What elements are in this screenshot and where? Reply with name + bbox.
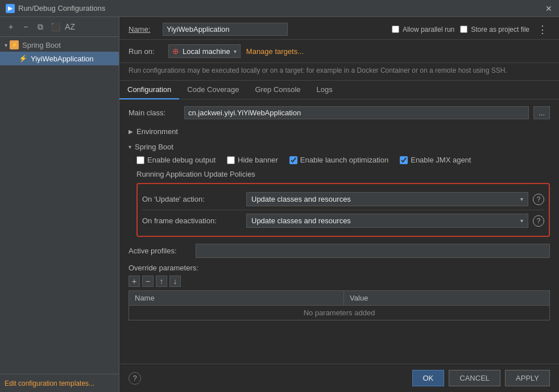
update-action-help-button[interactable]: ? bbox=[533, 194, 544, 205]
ok-button[interactable]: OK bbox=[412, 370, 445, 386]
local-machine-icon: ⊕ bbox=[172, 47, 179, 56]
override-params-label: Override parameters: bbox=[129, 264, 550, 272]
sidebar-tree: ▾ ⚡ Spring Boot ⚡ YiyiWebApplication bbox=[0, 37, 119, 374]
apply-button[interactable]: APPLY bbox=[505, 370, 550, 386]
tabs-row: Configuration Code Coverage Grep Console… bbox=[119, 81, 559, 99]
edit-templates-link[interactable]: Edit configuration templates... bbox=[5, 380, 94, 387]
hide-banner-checkbox[interactable] bbox=[227, 156, 235, 164]
main-class-browse-button[interactable]: ... bbox=[533, 106, 550, 119]
run-on-row: Run on: ⊕ Local machine ▾ Manage targets… bbox=[119, 40, 559, 63]
remove-param-button[interactable]: − bbox=[142, 276, 154, 287]
store-project-group: Store as project file bbox=[460, 26, 529, 34]
spring-boot-section-header[interactable]: ▾ Spring Boot bbox=[129, 140, 550, 153]
store-project-checkbox[interactable] bbox=[460, 26, 467, 33]
frame-deact-value: Update classes and resources bbox=[251, 216, 351, 225]
tab-logs[interactable]: Logs bbox=[309, 81, 341, 99]
frame-deact-select[interactable]: Update classes and resources ▾ bbox=[246, 214, 528, 228]
title-bar-title: Run/Debug Configurations bbox=[18, 4, 544, 12]
allow-parallel-group: Allow parallel run bbox=[392, 26, 454, 34]
title-bar-icon: ▶ bbox=[6, 4, 15, 13]
hide-banner-label[interactable]: Hide banner bbox=[238, 156, 278, 164]
debug-output-checkbox[interactable] bbox=[136, 156, 144, 164]
name-label: Name: bbox=[129, 25, 157, 34]
more-options-button[interactable]: ⋮ bbox=[535, 23, 550, 36]
info-text: Run configurations may be executed local… bbox=[129, 66, 507, 74]
help-button[interactable]: ? bbox=[129, 372, 141, 385]
content-panel: Name: Allow parallel run Store as projec… bbox=[119, 17, 559, 392]
spring-boot-section-content: Enable debug output Hide banner Enable l… bbox=[129, 156, 550, 237]
save-config-button[interactable]: ⬛ bbox=[49, 20, 61, 33]
footer-actions: OK CANCEL APPLY bbox=[412, 370, 550, 386]
run-on-label: Run on: bbox=[129, 47, 163, 56]
main-layout: + − ⧉ ⬛ AZ ▾ ⚡ Spring Boot ⚡ YiyiWebAppl… bbox=[0, 17, 559, 392]
store-project-label[interactable]: Store as project file bbox=[471, 26, 529, 34]
sidebar-footer: Edit configuration templates... bbox=[0, 374, 119, 392]
run-on-value: Local machine bbox=[183, 47, 230, 56]
main-class-row: Main class: ... bbox=[129, 106, 550, 119]
sidebar-item-label: YiyiWebApplication bbox=[31, 55, 94, 63]
update-action-arrow: ▾ bbox=[520, 196, 523, 202]
tab-configuration[interactable]: Configuration bbox=[119, 81, 179, 99]
active-profiles-row: Active profiles: bbox=[129, 244, 550, 258]
move-param-down-button[interactable]: ↓ bbox=[169, 276, 181, 287]
close-button[interactable]: ✕ bbox=[544, 4, 553, 13]
info-text-row: Run configurations may be executed local… bbox=[119, 63, 559, 81]
params-value-header: Value bbox=[344, 291, 550, 306]
manage-targets-link[interactable]: Manage targets... bbox=[246, 47, 304, 56]
params-toolbar: + − ↑ ↓ bbox=[129, 276, 550, 287]
allow-parallel-checkbox[interactable] bbox=[392, 26, 399, 33]
group-expand-arrow: ▾ bbox=[5, 42, 7, 48]
environment-title: Environment bbox=[136, 127, 178, 136]
environment-section-header[interactable]: ▶ Environment bbox=[129, 125, 550, 138]
copy-config-button[interactable]: ⧉ bbox=[34, 20, 47, 33]
sidebar-toolbar: + − ⧉ ⬛ AZ bbox=[0, 17, 119, 37]
params-empty-row: No parameters added bbox=[129, 306, 550, 320]
add-param-button[interactable]: + bbox=[129, 276, 140, 287]
cancel-button[interactable]: CANCEL bbox=[449, 370, 500, 386]
content-header: Name: Allow parallel run Store as projec… bbox=[119, 17, 559, 40]
run-config-icon: ⚡ bbox=[18, 54, 27, 63]
spring-boot-checkboxes: Enable debug output Hide banner Enable l… bbox=[136, 156, 550, 164]
add-config-button[interactable]: + bbox=[5, 20, 17, 33]
hide-banner-item: Hide banner bbox=[227, 156, 278, 164]
title-bar: ▶ Run/Debug Configurations ✕ bbox=[0, 0, 559, 17]
tab-grep-console[interactable]: Grep Console bbox=[247, 81, 308, 99]
update-action-select[interactable]: Update classes and resources ▾ bbox=[246, 192, 528, 206]
params-empty-text: No parameters added bbox=[129, 306, 550, 320]
main-class-label: Main class: bbox=[129, 109, 180, 117]
name-input[interactable] bbox=[163, 23, 288, 36]
move-param-up-button[interactable]: ↑ bbox=[156, 276, 167, 287]
main-class-input[interactable] bbox=[184, 106, 529, 119]
spring-boot-group-header[interactable]: ▾ ⚡ Spring Boot bbox=[0, 38, 119, 52]
run-on-select[interactable]: ⊕ Local machine ▾ bbox=[168, 44, 241, 58]
launch-opt-label[interactable]: Enable launch optimization bbox=[300, 156, 388, 164]
configuration-panel: Main class: ... ▶ Environment ▾ Spring B… bbox=[119, 99, 559, 364]
jmx-label[interactable]: Enable JMX agent bbox=[411, 156, 471, 164]
jmx-checkbox[interactable] bbox=[400, 156, 408, 164]
sidebar-item-yiyi[interactable]: ⚡ YiyiWebApplication bbox=[0, 52, 119, 65]
active-profiles-input[interactable] bbox=[196, 244, 550, 258]
debug-output-item: Enable debug output bbox=[136, 156, 216, 164]
launch-opt-item: Enable launch optimization bbox=[289, 156, 388, 164]
sort-config-button[interactable]: AZ bbox=[64, 20, 76, 33]
launch-opt-checkbox[interactable] bbox=[289, 156, 297, 164]
spring-boot-arrow: ▾ bbox=[129, 144, 131, 150]
allow-parallel-label[interactable]: Allow parallel run bbox=[403, 26, 454, 34]
update-action-label: On 'Update' action: bbox=[142, 195, 242, 203]
update-action-row: On 'Update' action: Update classes and r… bbox=[142, 189, 544, 210]
active-profiles-label: Active profiles: bbox=[129, 247, 191, 255]
params-name-header: Name bbox=[129, 291, 344, 306]
frame-deact-help-button[interactable]: ? bbox=[533, 215, 544, 227]
frame-deact-arrow: ▾ bbox=[520, 218, 523, 224]
params-table: Name Value No parameters added bbox=[129, 290, 550, 320]
debug-output-label[interactable]: Enable debug output bbox=[147, 156, 216, 164]
jmx-item: Enable JMX agent bbox=[400, 156, 471, 164]
environment-arrow: ▶ bbox=[129, 128, 133, 135]
spring-boot-group-label: Spring Boot bbox=[22, 41, 61, 49]
policies-box: On 'Update' action: Update classes and r… bbox=[136, 183, 550, 237]
remove-config-button[interactable]: − bbox=[19, 20, 32, 33]
tab-code-coverage[interactable]: Code Coverage bbox=[179, 81, 247, 99]
run-on-arrow: ▾ bbox=[234, 48, 237, 55]
spring-boot-icon: ⚡ bbox=[10, 40, 19, 49]
spring-boot-group: ▾ ⚡ Spring Boot ⚡ YiyiWebApplication bbox=[0, 37, 119, 66]
